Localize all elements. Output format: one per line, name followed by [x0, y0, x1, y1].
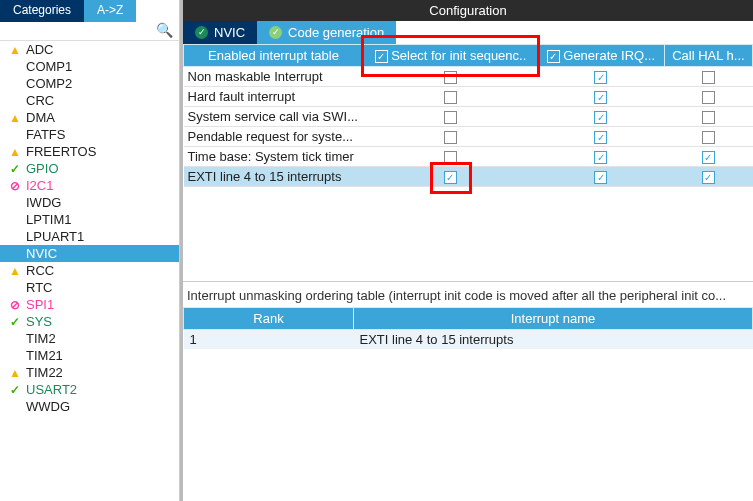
checkbox[interactable] [702, 131, 715, 144]
sidebar-item-lptim1[interactable]: LPTIM1 [0, 211, 179, 228]
sidebar-item-wwdg[interactable]: WWDG [0, 398, 179, 415]
checkbox[interactable]: ✓ [444, 171, 457, 184]
ordering-row[interactable]: 1 EXTI line 4 to 15 interrupts [184, 330, 753, 350]
sidebar-item-label: USART2 [26, 382, 77, 397]
sidebar-search[interactable]: 🔍 [0, 22, 179, 41]
cell-chk [664, 87, 752, 107]
interrupt-label: EXTI line 4 to 15 interrupts [184, 167, 364, 187]
checkbox[interactable]: ✓ [594, 151, 607, 164]
interrupt-row[interactable]: System service call via SWI...✓ [184, 107, 753, 127]
config-tab-code-generation[interactable]: ✓Code generation [257, 21, 396, 44]
header-checkbox[interactable]: ✓ [375, 50, 388, 63]
sidebar-tab-label: Categories [13, 3, 71, 17]
sidebar-item-label: I2C1 [26, 178, 53, 193]
interrupt-label: Time base: System tick timer [184, 147, 364, 167]
sidebar-item-tim2[interactable]: TIM2 [0, 330, 179, 347]
ordering-col-name[interactable]: Interrupt name [354, 308, 753, 330]
sidebar-item-label: TIM21 [26, 348, 63, 363]
ok-icon: ✓ [8, 383, 22, 397]
col-header-2[interactable]: ✓ Generate IRQ... [537, 45, 664, 67]
sidebar-item-gpio[interactable]: ✓GPIO [0, 160, 179, 177]
cell-chk [664, 107, 752, 127]
sidebar-tab-label: A->Z [97, 3, 123, 17]
checkbox[interactable]: ✓ [594, 71, 607, 84]
ordering-table: Rank Interrupt name 1 EXTI line 4 to 15 … [183, 307, 753, 349]
sidebar-item-rtc[interactable]: RTC [0, 279, 179, 296]
sidebar-item-nvic[interactable]: NVIC [0, 245, 179, 262]
checkbox[interactable]: ✓ [594, 171, 607, 184]
sidebar-tabs: Categories A->Z [0, 0, 179, 22]
checkbox[interactable] [702, 71, 715, 84]
checkbox[interactable] [444, 131, 457, 144]
check-icon: ✓ [195, 26, 208, 39]
sidebar-item-i2c1[interactable]: ⊘I2C1 [0, 177, 179, 194]
interrupt-row[interactable]: EXTI line 4 to 15 interrupts✓✓✓ [184, 167, 753, 187]
interrupt-row[interactable]: Pendable request for syste...✓ [184, 127, 753, 147]
sidebar-item-tim21[interactable]: TIM21 [0, 347, 179, 364]
ordering-rank: 1 [184, 330, 354, 350]
sidebar-item-label: LPUART1 [26, 229, 84, 244]
sidebar-item-label: COMP1 [26, 59, 72, 74]
cell-chk [364, 127, 538, 147]
checkbox[interactable]: ✓ [594, 111, 607, 124]
checkbox[interactable]: ✓ [594, 131, 607, 144]
sidebar-item-iwdg[interactable]: IWDG [0, 194, 179, 211]
cell-chk: ✓ [537, 67, 664, 87]
checkbox[interactable]: ✓ [702, 151, 715, 164]
main-panel: Configuration ✓NVIC ✓Code generation Ena… [180, 0, 753, 501]
sidebar-item-comp2[interactable]: COMP2 [0, 75, 179, 92]
ok-icon: ✓ [8, 162, 22, 176]
checkbox[interactable]: ✓ [594, 91, 607, 104]
sidebar-item-rcc[interactable]: ▲RCC [0, 262, 179, 279]
col-header-label: Enabled interrupt table [208, 48, 339, 63]
col-header-0[interactable]: Enabled interrupt table [184, 45, 364, 67]
sidebar-item-lpuart1[interactable]: LPUART1 [0, 228, 179, 245]
ordering-col-rank[interactable]: Rank [184, 308, 354, 330]
checkbox[interactable] [702, 111, 715, 124]
checkbox[interactable] [444, 111, 457, 124]
checkbox[interactable]: ✓ [702, 171, 715, 184]
cell-chk [364, 147, 538, 167]
sidebar-item-label: NVIC [26, 246, 57, 261]
warn-icon: ▲ [8, 145, 22, 159]
cell-chk [364, 87, 538, 107]
sidebar-item-adc[interactable]: ▲ADC [0, 41, 179, 58]
sidebar-item-crc[interactable]: CRC [0, 92, 179, 109]
interrupt-label: Hard fault interrupt [184, 87, 364, 107]
col-header-3[interactable]: Call HAL h... [664, 45, 752, 67]
sidebar-item-usart2[interactable]: ✓USART2 [0, 381, 179, 398]
warn-icon: ▲ [8, 264, 22, 278]
sidebar-tab-az[interactable]: A->Z [84, 0, 136, 22]
col-header-label: Select for init sequenc.. [391, 48, 526, 63]
interrupt-row[interactable]: Non maskable Interrupt✓ [184, 67, 753, 87]
config-tab-label: NVIC [214, 25, 245, 40]
checkbox[interactable] [702, 91, 715, 104]
sidebar-item-tim22[interactable]: ▲TIM22 [0, 364, 179, 381]
sidebar-item-spi1[interactable]: ⊘SPI1 [0, 296, 179, 313]
checkbox[interactable] [444, 151, 457, 164]
interrupt-row[interactable]: Time base: System tick timer✓✓ [184, 147, 753, 167]
sidebar-item-fatfs[interactable]: FATFS [0, 126, 179, 143]
sidebar-item-sys[interactable]: ✓SYS [0, 313, 179, 330]
sidebar-item-label: ADC [26, 42, 53, 57]
no-icon: ⊘ [8, 179, 22, 193]
sidebar-item-label: FREERTOS [26, 144, 96, 159]
checkbox[interactable] [444, 71, 457, 84]
sidebar-item-freertos[interactable]: ▲FREERTOS [0, 143, 179, 160]
interrupt-label: Non maskable Interrupt [184, 67, 364, 87]
no-icon: ⊘ [8, 298, 22, 312]
warn-icon: ▲ [8, 111, 22, 125]
interrupt-row[interactable]: Hard fault interrupt✓ [184, 87, 753, 107]
config-tab-nvic[interactable]: ✓NVIC [183, 21, 257, 44]
cell-chk [364, 67, 538, 87]
sidebar-item-comp1[interactable]: COMP1 [0, 58, 179, 75]
col-header-1[interactable]: ✓ Select for init sequenc.. [364, 45, 538, 67]
cell-chk: ✓ [537, 107, 664, 127]
sidebar-item-label: DMA [26, 110, 55, 125]
sidebar-tab-categories[interactable]: Categories [0, 0, 84, 22]
header-checkbox[interactable]: ✓ [547, 50, 560, 63]
col-header-label: Generate IRQ... [563, 48, 655, 63]
check-icon: ✓ [269, 26, 282, 39]
checkbox[interactable] [444, 91, 457, 104]
sidebar-item-dma[interactable]: ▲DMA [0, 109, 179, 126]
